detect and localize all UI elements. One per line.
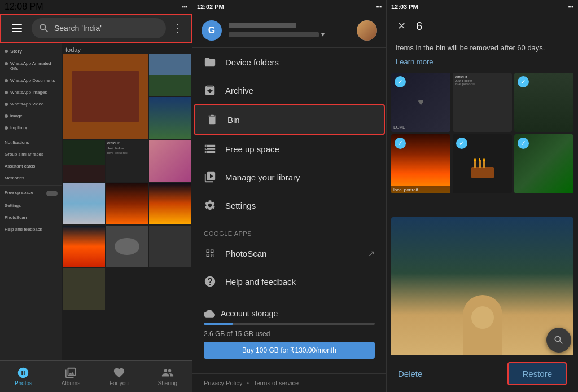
folder-icon — [204, 56, 216, 68]
statusbar-panel1: 12:08 PM ▪▪▪ — [0, 0, 192, 14]
menu-item-free-up-space[interactable]: Free up space — [192, 135, 386, 163]
menu-item-device-folders[interactable]: Device folders — [192, 48, 386, 76]
photo-label-4: local portrait — [391, 186, 450, 193]
photo-cell-6[interactable] — [149, 140, 191, 182]
footer-separator: • — [247, 380, 249, 386]
menu-label-manage-library: Manage your library — [225, 173, 375, 182]
bin-photo-grid: ♥ LOVE ✓ difficult Just Follow love pers… — [387, 71, 578, 215]
account-header[interactable]: G ▾ — [192, 14, 386, 48]
photo-cell-7[interactable] — [63, 183, 105, 224]
photo-cell-4[interactable] — [63, 140, 105, 182]
menu-label-free-up-space: Free up space — [225, 144, 375, 154]
search-fab-button[interactable] — [546, 328, 571, 353]
account-info: ▾ — [229, 23, 350, 38]
sidebar-item-assistant-cards[interactable]: Assistant cards — [0, 160, 62, 172]
panel-bin-restore: 12:03 PM ▪▪▪ ✕ 6 Items in the bin will b… — [386, 0, 578, 392]
buy-storage-button[interactable]: Buy 100 GB for ₹130.00/month — [204, 342, 375, 359]
privacy-policy-link[interactable]: Privacy Policy — [204, 380, 242, 386]
bin-photo-2[interactable]: difficult Just Follow love personal — [453, 73, 512, 132]
delete-button[interactable]: Delete — [398, 369, 422, 378]
sidebar-item-notifications[interactable]: Notifications — [0, 136, 62, 148]
sidebar-item-photoscan[interactable]: PhotoScan — [0, 212, 62, 223]
bin-header: ✕ 6 — [387, 14, 578, 38]
photo-cell-12[interactable] — [149, 226, 191, 267]
more-options-button[interactable]: ⋮ — [170, 20, 185, 37]
search-bar[interactable]: Search 'India' — [32, 18, 166, 38]
nav-sharing[interactable]: Sharing — [154, 364, 182, 389]
nav-photos-label: Photos — [15, 380, 32, 386]
sidebar-item-image[interactable]: image — [0, 110, 62, 122]
storage-fill — [204, 323, 233, 325]
toolbar-panel1: Search 'India' ⋮ — [0, 14, 192, 43]
divider-2 — [192, 298, 386, 298]
bin-photo-3[interactable]: ✓ — [514, 73, 573, 132]
footer-panel2: Privacy Policy • Terms of service — [192, 373, 386, 392]
panel-google-photos-menu: 12:02 PM ▪▪▪ G ▾ Device folders — [192, 0, 386, 392]
sidebar-item-whatsapp-docs[interactable]: WhatsApp Documents — [0, 74, 62, 86]
bin-photo-6[interactable]: ✓ — [514, 134, 573, 193]
status-icons-panel1: ▪▪▪ — [182, 4, 187, 10]
hamburger-button[interactable] — [7, 18, 27, 38]
photo-cell-1[interactable] — [63, 54, 148, 139]
photo-grid-today: difficult Just Follow love personal — [63, 54, 191, 310]
sidebar-item-story[interactable]: Story — [0, 45, 62, 58]
menu-item-help[interactable]: Help and feedback — [192, 267, 386, 296]
status-icons-panel3: ▪▪▪ — [568, 4, 573, 10]
photo-cell-10[interactable] — [63, 226, 105, 267]
nav-for-you[interactable]: For you — [105, 364, 133, 389]
terms-of-service-link[interactable]: Terms of service — [253, 380, 299, 386]
bin-icon — [206, 113, 218, 126]
sharing-nav-icon — [161, 367, 174, 379]
account-name-bar — [229, 23, 296, 28]
bin-info-text: Items in the bin will be removed after 6… — [387, 38, 578, 58]
photo-grid-panel1: today — [62, 43, 192, 360]
photo-cell-3[interactable] — [149, 97, 191, 139]
menu-item-settings[interactable]: Settings — [192, 191, 386, 219]
photo-cell-11[interactable] — [106, 226, 148, 267]
nav-albums[interactable]: Albums — [57, 364, 85, 389]
restore-button[interactable]: Restore — [507, 362, 567, 385]
close-button[interactable]: ✕ — [393, 18, 409, 34]
bin-photo-4[interactable]: ✓ local portrait — [391, 134, 450, 193]
menu-item-photoscan[interactable]: PhotoScan ↗ — [192, 239, 386, 267]
sidebar-item-memories[interactable]: Memories — [0, 172, 62, 184]
photo-cell-5[interactable]: difficult Just Follow love personal — [106, 140, 148, 182]
learn-more-link[interactable]: Learn more — [387, 58, 578, 71]
menu-label-device-folders: Device folders — [225, 58, 375, 67]
sidebar-item-implimpg[interactable]: Implimpg — [0, 122, 62, 134]
sidebar-item-whatsapp-images[interactable]: WhatsApp Images — [0, 86, 62, 98]
help-icon — [204, 275, 216, 288]
photo-cell-8[interactable] — [106, 183, 148, 224]
search-fab-icon — [553, 334, 564, 346]
menu-item-manage-library[interactable]: Manage your library — [192, 163, 386, 191]
time-panel3: 12:03 PM — [391, 3, 418, 10]
sidebar-item-whatsapp-gifs[interactable]: WhatsApp Animated Gifs — [0, 58, 62, 74]
time-panel1: 12:08 PM — [5, 2, 43, 12]
chevron-down-icon: ▾ — [321, 30, 325, 38]
nav-photos[interactable]: Photos — [10, 364, 37, 389]
menu-label-archive: Archive — [225, 86, 375, 95]
search-text: Search 'India' — [54, 24, 102, 33]
account-photo — [357, 20, 377, 41]
photo-cell-2[interactable] — [149, 54, 191, 96]
time-panel2: 12:02 PM — [197, 3, 224, 10]
date-label-today: today — [63, 44, 191, 54]
albums-nav-icon — [64, 367, 77, 379]
sidebar-item-settings[interactable]: Settings — [0, 200, 62, 212]
menu-item-bin[interactable]: Bin — [194, 104, 385, 135]
bin-photo-5[interactable]: ✓ — [453, 134, 512, 193]
sidebar-item-group-faces[interactable]: Group similar faces — [0, 148, 62, 160]
account-storage-section: Account storage 2.6 GB of 15 GB used Buy… — [192, 301, 386, 363]
menu-list: Device folders Archive Bin — [192, 48, 386, 373]
account-email-row: ▾ — [229, 30, 350, 38]
sidebar-item-free-up-space[interactable]: Free up space — [0, 187, 62, 200]
sidebar-item-whatsapp-video[interactable]: WhatsApp Video — [0, 98, 62, 110]
sidebar-item-help[interactable]: Help and feedback — [0, 223, 62, 235]
statusbar-panel2: 12:02 PM ▪▪▪ — [192, 0, 386, 14]
status-icons-panel2: ▪▪▪ — [376, 4, 382, 10]
photo-cell-13[interactable] — [63, 268, 105, 310]
menu-item-archive[interactable]: Archive — [192, 76, 386, 104]
selected-count: 6 — [416, 20, 422, 33]
photo-cell-9[interactable] — [149, 183, 191, 224]
bin-photo-1[interactable]: ♥ LOVE ✓ — [391, 73, 450, 132]
